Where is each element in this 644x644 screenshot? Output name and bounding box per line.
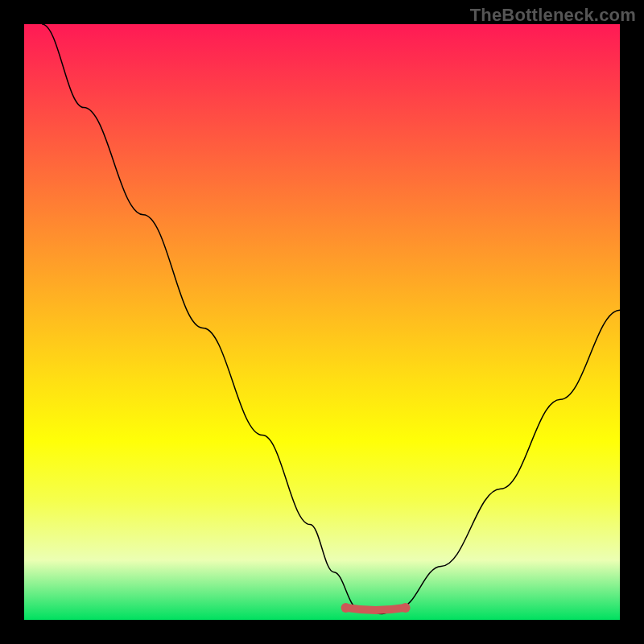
chart-container: TheBottleneck.com: [0, 0, 644, 644]
curve-svg: [24, 24, 620, 620]
watermark-text: TheBottleneck.com: [470, 5, 636, 26]
optimal-range-end-dot: [401, 603, 411, 613]
bottleneck-curve: [42, 24, 620, 614]
optimal-range-start-dot: [341, 603, 351, 613]
optimal-range-marker: [346, 608, 406, 610]
plot-area: [24, 24, 620, 620]
